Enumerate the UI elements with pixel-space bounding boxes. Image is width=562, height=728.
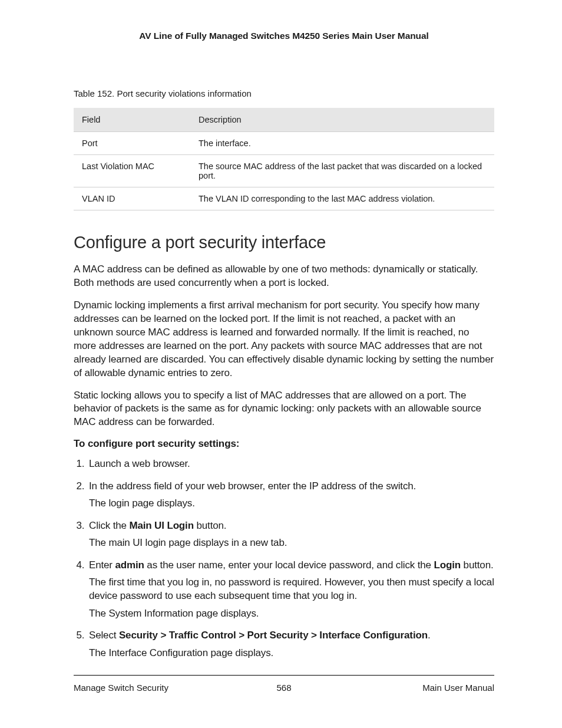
footer-left: Manage Switch Security [74, 683, 168, 693]
th-field: Field [74, 108, 190, 132]
section-heading: Configure a port security interface [74, 233, 494, 252]
paragraph: A MAC address can be defined as allowabl… [74, 263, 494, 290]
bold-text: Main UI Login [129, 520, 193, 531]
cell-description: The VLAN ID corresponding to the last MA… [190, 187, 494, 210]
paragraph: Static locking allows you to specify a l… [74, 389, 494, 430]
step-subtext: The first time that you log in, no passw… [89, 575, 494, 603]
cell-field: VLAN ID [74, 187, 190, 210]
step-text: as the user name, enter your local devic… [144, 559, 434, 571]
step-text: Enter [89, 559, 115, 571]
page-footer: Manage Switch Security 568 Main User Man… [74, 675, 494, 693]
step-text: Launch a web browser. [89, 458, 190, 469]
step-item: Enter admin as the user name, enter your… [87, 558, 494, 621]
procedure-lead: To configure port security settings: [74, 438, 494, 450]
cell-description: The source MAC address of the last packe… [190, 155, 494, 187]
steps-list: Launch a web browser. In the address fie… [74, 457, 494, 660]
step-subtext: The login page displays. [89, 496, 494, 510]
step-text: button. [461, 559, 494, 571]
table-header-row: Field Description [74, 108, 494, 132]
violations-table: Field Description Port The interface. La… [74, 108, 494, 210]
step-text: button. [194, 520, 227, 531]
th-description: Description [190, 108, 494, 132]
step-text: Click the [89, 520, 129, 531]
paragraph: Dynamic locking implements a first arriv… [74, 299, 494, 380]
table-caption: Table 152. Port security violations info… [74, 88, 494, 98]
document-header: AV Line of Fully Managed Switches M4250 … [74, 31, 494, 41]
step-item: Launch a web browser. [87, 457, 494, 470]
step-text: In the address field of your web browser… [89, 480, 416, 492]
bold-text: Login [434, 559, 461, 571]
step-subtext: The System Information page displays. [89, 607, 494, 620]
table-row: Port The interface. [74, 132, 494, 155]
footer-right: Main User Manual [422, 683, 494, 693]
table-row: Last Violation MAC The source MAC addres… [74, 155, 494, 187]
page: AV Line of Fully Managed Switches M4250 … [0, 0, 562, 728]
cell-field: Last Violation MAC [74, 155, 190, 187]
step-subtext: The Interface Configuration page display… [89, 646, 494, 660]
table-row: VLAN ID The VLAN ID corresponding to the… [74, 187, 494, 210]
step-text: . [428, 630, 431, 641]
cell-description: The interface. [190, 132, 494, 155]
cell-field: Port [74, 132, 190, 155]
bold-text: Security > Traffic Control > Port Securi… [119, 630, 428, 641]
step-item: Select Security > Traffic Control > Port… [87, 628, 494, 660]
bold-text: admin [115, 559, 144, 571]
step-subtext: The main UI login page displays in a new… [89, 536, 494, 549]
step-item: Click the Main UI Login button. The main… [87, 519, 494, 550]
step-text: Select [89, 630, 119, 641]
step-item: In the address field of your web browser… [87, 479, 494, 510]
